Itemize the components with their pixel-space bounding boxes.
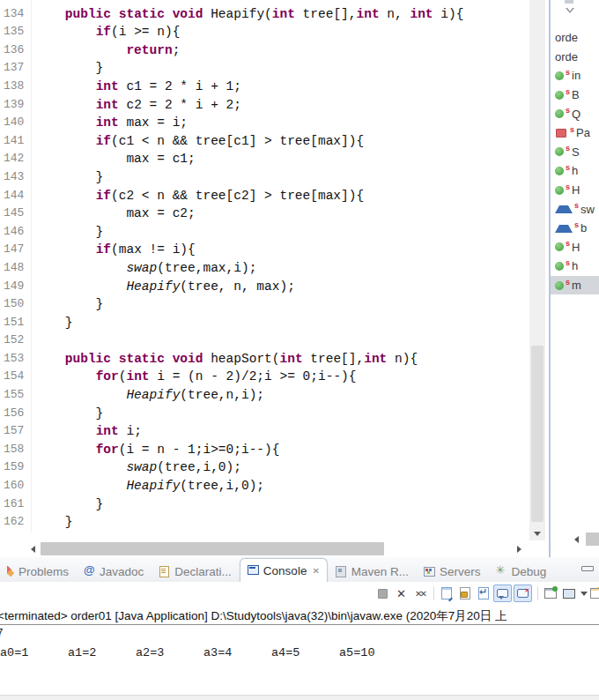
line-number[interactable]: 144: [0, 187, 32, 205]
line-number[interactable]: 162: [0, 513, 32, 532]
outline-item[interactable]: sin: [551, 66, 599, 86]
code-line[interactable]: 139 int c2 = 2 * i + 2;: [0, 96, 529, 115]
line-number[interactable]: 161: [0, 495, 32, 514]
line-number[interactable]: 145: [0, 205, 32, 223]
code-line[interactable]: 156 }: [0, 405, 529, 423]
code-line[interactable]: 144 if(c2 < n && tree[c2] > tree[max]){: [0, 187, 529, 205]
tab-servers[interactable]: Servers: [417, 561, 488, 582]
line-number[interactable]: 136: [0, 41, 32, 60]
close-icon[interactable]: [312, 566, 319, 576]
display-icon[interactable]: [560, 585, 577, 602]
code-line[interactable]: 152: [0, 331, 529, 350]
code-line[interactable]: 137 }: [0, 59, 529, 78]
terminate-icon[interactable]: [374, 585, 391, 602]
show-stdout-icon[interactable]: [493, 585, 512, 602]
outline-item[interactable]: ssw: [551, 199, 599, 219]
line-number[interactable]: 157: [0, 422, 32, 441]
outline-item[interactable]: sb: [551, 219, 599, 238]
outline-horizontal-scrollbar[interactable]: [552, 532, 599, 547]
outline-item[interactable]: sh: [551, 161, 599, 181]
tab-mavenr[interactable]: Maven R...: [329, 561, 416, 582]
code-line[interactable]: 162 }: [0, 513, 529, 532]
console-output-area[interactable]: <terminated> order01 [Java Application] …: [0, 605, 599, 699]
outline-item[interactable]: sH: [551, 238, 599, 257]
line-number[interactable]: 141: [0, 132, 32, 151]
code-line[interactable]: 154 for(int i = (n - 2)/2;i >= 0;i--){: [0, 368, 529, 386]
tab-problems[interactable]: Problems: [0, 561, 76, 582]
code-line[interactable]: 134 public static void Heapify(int tree[…: [0, 5, 529, 24]
line-number[interactable]: 134: [0, 5, 32, 24]
outline-item[interactable]: sB: [551, 86, 599, 105]
code-editor[interactable]: 133134 public static void Heapify(int tr…: [0, 0, 545, 557]
line-number[interactable]: 135: [0, 23, 32, 41]
line-number[interactable]: 159: [0, 458, 32, 477]
line-number[interactable]: 155: [0, 386, 32, 405]
code-line[interactable]: 149 Heapify(tree, n, max);: [0, 278, 529, 296]
minimize-panel-icon[interactable]: [581, 566, 594, 571]
code-line[interactable]: 157 int i;: [0, 422, 529, 441]
code-line[interactable]: 143 }: [0, 168, 529, 187]
pin-icon[interactable]: [542, 585, 558, 602]
line-number[interactable]: 143: [0, 168, 32, 187]
scroll-lock-icon[interactable]: [456, 585, 473, 602]
outline-item[interactable]: sPa: [551, 123, 599, 143]
line-number[interactable]: 154: [0, 368, 32, 386]
line-number[interactable]: 139: [0, 96, 32, 115]
show-stderr-icon[interactable]: [514, 585, 532, 602]
new-console-icon[interactable]: [590, 585, 599, 602]
remove-launch-icon[interactable]: [393, 585, 410, 602]
code-line[interactable]: 158 for(i = n - 1;i>=0;i--){: [0, 441, 529, 459]
outline-item[interactable]: sS: [551, 143, 599, 162]
code-line[interactable]: 135 if(i >= n){: [0, 23, 529, 41]
code-line[interactable]: 153 public static void heapSort(int tree…: [0, 350, 529, 369]
scroll-down-arrow-icon[interactable]: [529, 527, 545, 540]
code-line[interactable]: 145 max = c2;: [0, 205, 529, 223]
tab-javadoc[interactable]: Javadoc: [77, 561, 151, 582]
remove-all-icon[interactable]: [411, 585, 428, 602]
tab-debug[interactable]: Debug: [489, 561, 554, 582]
line-number[interactable]: 148: [0, 259, 32, 278]
outline-item[interactable]: sh: [551, 257, 599, 276]
outline-item[interactable]: sQ: [551, 104, 599, 123]
code-line[interactable]: 159 swap(tree,i,0);: [0, 458, 529, 477]
horizontal-scrollbar-thumb[interactable]: [41, 542, 384, 555]
code-view[interactable]: 133134 public static void Heapify(int tr…: [0, 0, 529, 540]
line-number[interactable]: 137: [0, 59, 32, 78]
line-number[interactable]: 142: [0, 150, 32, 168]
line-number[interactable]: 150: [0, 295, 32, 314]
code-line[interactable]: 161 }: [0, 495, 529, 514]
vertical-scrollbar-thumb[interactable]: [531, 346, 544, 522]
code-line[interactable]: 138 int c1 = 2 * i + 1;: [0, 78, 529, 96]
word-wrap-icon[interactable]: [475, 585, 492, 602]
code-line[interactable]: 140 int max = i;: [0, 114, 529, 132]
editor-vertical-scrollbar[interactable]: [529, 0, 545, 540]
line-number[interactable]: 160: [0, 477, 32, 495]
code-line[interactable]: 148 swap(tree,max,i);: [0, 259, 529, 278]
line-number[interactable]: 156: [0, 405, 32, 423]
code-line[interactable]: 155 Heapify(tree,n,i);: [0, 386, 529, 405]
line-number[interactable]: 151: [0, 314, 32, 332]
line-number[interactable]: 152: [0, 331, 32, 350]
caret-icon[interactable]: [579, 585, 588, 602]
code-line[interactable]: 142 max = c1;: [0, 150, 529, 168]
outline-item[interactable]: sm: [551, 276, 599, 295]
line-number[interactable]: 158: [0, 441, 32, 459]
line-number[interactable]: 140: [0, 114, 32, 132]
line-number[interactable]: 153: [0, 350, 32, 369]
editor-horizontal-scrollbar[interactable]: [0, 540, 529, 557]
scroll-right-arrow-icon[interactable]: [513, 542, 526, 555]
line-number[interactable]: 149: [0, 278, 32, 296]
view-menu-icon[interactable]: [566, 8, 574, 13]
outline-item[interactable]: sH: [551, 181, 599, 200]
line-number[interactable]: 138: [0, 78, 32, 96]
outline-item[interactable]: orde: [551, 28, 599, 48]
code-lines[interactable]: 133134 public static void Heapify(int tr…: [0, 0, 529, 532]
code-line[interactable]: 150 }: [0, 295, 529, 314]
code-line[interactable]: 136 return;: [0, 41, 529, 60]
tab-declarati[interactable]: Declarati...: [152, 561, 239, 582]
code-line[interactable]: 141 if(c1 < n && tree[c1] > tree[max]){: [0, 132, 529, 151]
line-number[interactable]: 146: [0, 223, 32, 242]
clear-icon[interactable]: [438, 585, 455, 602]
line-number[interactable]: 147: [0, 241, 32, 259]
outline-scrollbar-thumb[interactable]: [586, 532, 599, 546]
